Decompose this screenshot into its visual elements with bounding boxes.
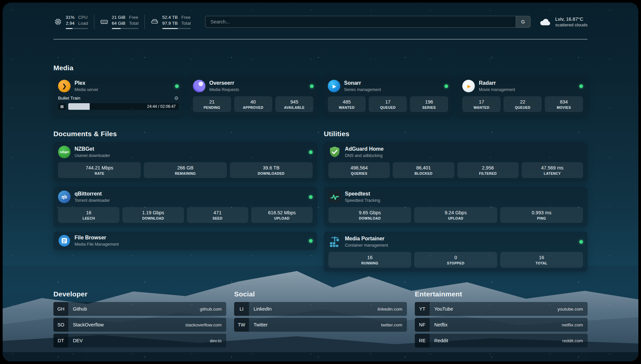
cloud-icon <box>539 17 551 26</box>
app-name: File Browser <box>75 235 119 241</box>
app-card-overseerr: Overseerr Media Requests 21PENDING 40APP… <box>188 76 318 116</box>
top-bar: 31% 2.94 CPU Load <box>53 14 588 30</box>
playback-progress-fill <box>68 103 90 110</box>
nzbget-icon <box>58 146 71 158</box>
qbittorrent-icon <box>58 191 71 203</box>
adguard-app-link[interactable]: AdGuard Home DNS and adblocking <box>328 146 583 158</box>
bookmark-netflix[interactable]: NF Netflix netflix.com <box>415 318 588 332</box>
status-dot <box>310 84 314 88</box>
header-divider <box>53 39 588 40</box>
stat-upload: 9.24 GbpsUPLOAD <box>414 207 497 223</box>
weather-condition: scattered clouds <box>555 22 588 27</box>
stat-ping: 0.993 msPING <box>500 207 583 223</box>
radarr-app-link[interactable]: Radarr Movie management <box>462 80 583 92</box>
stat-movies: 834MOVIES <box>545 96 583 112</box>
dev-icon: DT <box>53 334 68 348</box>
bookmark-twitter[interactable]: TW Twitter twitter.com <box>234 318 407 332</box>
status-dot <box>309 150 313 154</box>
status-dot <box>444 84 448 88</box>
memory-total-value: 64 GiB <box>112 20 125 26</box>
filebrowser-app-link[interactable]: File Browser Media File Management <box>58 234 313 247</box>
section-title-developer: Developer <box>53 290 226 298</box>
app-card-speedtest: Speedtest Speedtest Tracking 9.65 GbpsDO… <box>324 187 588 227</box>
search-provider-button[interactable]: G <box>516 16 530 27</box>
reddit-icon: RE <box>415 334 430 348</box>
app-card-adguard: AdGuard Home DNS and adblocking 498,564Q… <box>324 142 588 182</box>
stat-rate: 744.21 MbpsRATE <box>58 162 141 178</box>
bookmark-stackoverflow[interactable]: SO StackOverflow stackoverflow.com <box>53 318 226 332</box>
plex-app-link[interactable]: Plex Media server <box>58 80 179 92</box>
stat-seed: 471SEED <box>187 207 248 223</box>
stat-blocked: 86,401BLOCKED <box>393 162 454 178</box>
status-dot <box>309 239 313 243</box>
app-desc: Torrent downloader <box>75 198 110 203</box>
dashboard-window: 31% 2.94 CPU Load <box>3 3 638 361</box>
app-desc: Media server <box>75 87 98 92</box>
app-name: Plex <box>75 80 98 86</box>
stat-approved: 40APPROVED <box>234 96 272 112</box>
cpu-load-label: Load <box>78 20 88 26</box>
bookmark-youtube[interactable]: YT YouTube youtube.com <box>415 302 588 316</box>
stat-running: 16RUNNING <box>328 252 411 268</box>
bookmark-linkedin[interactable]: LI LinkedIn linkedin.com <box>234 302 407 316</box>
portainer-app-link[interactable]: Media Portainer Container management <box>328 235 583 248</box>
speedtest-app-link[interactable]: Speedtest Speedtest Tracking <box>328 191 583 203</box>
stat-stopped: 0STOPPED <box>414 252 497 268</box>
app-card-plex: Plex Media server Bullet Train 24:44 <box>53 76 183 116</box>
sonarr-app-link[interactable]: Sonarr Series management <box>328 80 448 92</box>
twitter-icon: TW <box>234 318 249 332</box>
overseerr-icon <box>193 80 205 92</box>
stackoverflow-icon: SO <box>53 318 68 332</box>
memory-progress-bar <box>112 28 138 29</box>
section-title-media: Media <box>53 64 588 72</box>
stat-pending: 21PENDING <box>193 96 231 112</box>
app-desc: DNS and adblocking <box>345 153 383 158</box>
app-card-nzbget: NZBGet Usenet downloader 744.21 MbpsRATE… <box>53 142 317 182</box>
stat-download: 1.19 GbpsDOWNLOAD <box>122 207 184 223</box>
section-title-documents: Documents & Files <box>53 130 317 138</box>
weather-location: Lviv, 16.87°C <box>555 16 588 22</box>
nzbget-app-link[interactable]: NZBGet Usenet downloader <box>58 146 313 158</box>
section-title-social: Social <box>234 290 407 298</box>
cpu-icon <box>54 18 62 26</box>
stat-queries: 498,564QUERIES <box>328 162 390 178</box>
playback-progress-bar[interactable]: 24:44 / 02:06:47 <box>68 103 179 110</box>
search-input[interactable] <box>205 16 515 27</box>
netflix-icon: NF <box>415 318 430 332</box>
app-desc: Movie management <box>479 87 515 92</box>
app-card-qbittorrent: qBittorrent Torrent downloader 16LEECH 1… <box>53 187 317 227</box>
app-desc: Media Requests <box>209 87 239 92</box>
storage-total-value: 97.9 TB <box>162 20 178 26</box>
app-name: Speedtest <box>345 191 380 197</box>
section-title-entertainment: Entertainment <box>415 290 588 298</box>
stat-latency: 47.569 msLATENCY <box>522 162 583 178</box>
sonarr-icon <box>328 80 340 92</box>
gear-icon[interactable] <box>174 96 178 101</box>
memory-total-label: Total <box>129 20 138 26</box>
status-dot <box>175 84 179 88</box>
memory-icon <box>100 18 108 26</box>
system-metrics: 31% 2.94 CPU Load <box>53 15 197 29</box>
pause-button[interactable] <box>58 103 66 110</box>
storage-icon <box>151 18 159 26</box>
storage-metric: 52.4 TB 97.9 TB Free Total <box>145 15 197 29</box>
app-desc: Container management <box>345 243 388 248</box>
stat-available: 945AVAILABLE <box>275 96 314 112</box>
storage-total-label: Total <box>181 20 191 26</box>
qbittorrent-app-link[interactable]: qBittorrent Torrent downloader <box>58 191 313 203</box>
youtube-icon: YT <box>415 302 430 316</box>
stat-total: 16TOTAL <box>500 252 583 268</box>
github-icon: GH <box>53 302 68 316</box>
bookmark-reddit[interactable]: RE Reddit reddit.com <box>415 334 588 348</box>
speedtest-icon <box>328 191 341 203</box>
overseerr-app-link[interactable]: Overseerr Media Requests <box>193 80 314 92</box>
stat-upload: 618.52 MbpsUPLOAD <box>251 207 313 223</box>
weather-widget: Lviv, 16.87°C scattered clouds <box>539 16 588 27</box>
bookmark-github[interactable]: GH Github github.com <box>53 302 226 316</box>
app-card-radarr: Radarr Movie management 17WANTED 22QUEUE… <box>458 76 588 116</box>
bookmark-dev[interactable]: DT DEV dev.to <box>53 334 226 348</box>
status-dot <box>579 84 583 88</box>
status-dot <box>579 240 583 244</box>
app-desc: Speedtest Tracking <box>345 198 380 203</box>
plex-icon <box>58 80 71 92</box>
